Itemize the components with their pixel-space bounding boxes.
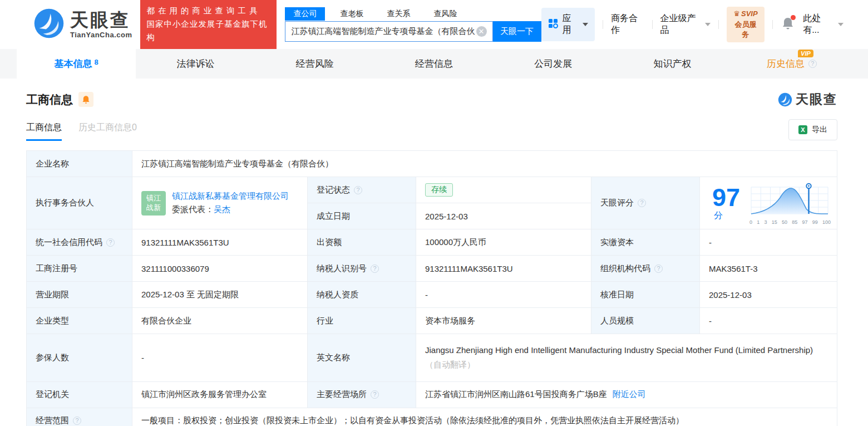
field-reg-number-label: 工商注册号 (27, 256, 132, 282)
help-icon[interactable]: ? (808, 60, 817, 68)
english-name: Jiangsu Zhenjiang High end Intelligent M… (425, 345, 813, 355)
business-info-table: 企业名称 江苏镇江高端智能制造产业专项母基金（有限合伙） 执行事务合伙人 镇江 … (26, 150, 837, 426)
vip-badge: VIP (798, 50, 813, 57)
tab-operating-info[interactable]: 经营信息 (374, 49, 494, 79)
enterprise-products-label: 企业级产品 (660, 13, 701, 36)
help-icon[interactable]: ? (354, 186, 362, 194)
monitor-bell-icon[interactable] (78, 92, 93, 107)
field-industry-value: 资本市场服务 (416, 308, 591, 334)
field-business-address-value: 江苏省镇江市润州区南山路61号国投商务广场B座 附近公司 (416, 382, 837, 408)
field-established-label: 成立日期 (308, 203, 416, 229)
field-company-type-label: 企业类型 (27, 308, 132, 334)
address-text: 江苏省镇江市润州区南山路61号国投商务广场B座 (425, 389, 607, 400)
field-capital-value: 100000万人民币 (416, 229, 591, 256)
tab-history-info-label: 历史信息 (767, 58, 805, 69)
user-menu[interactable]: 此处有... (803, 13, 844, 36)
chevron-down-icon (583, 23, 588, 26)
field-business-address-label: 主要经营场所? (308, 382, 416, 408)
tab-basic-info[interactable]: 基本信息 8 (17, 49, 136, 79)
tab-legal[interactable]: 法律诉讼 (136, 49, 255, 79)
help-icon[interactable]: ? (73, 417, 81, 425)
enterprise-products-link[interactable]: 企业级产品 (660, 13, 711, 36)
field-industry-label: 行业 (308, 308, 416, 334)
help-icon[interactable]: ? (371, 390, 379, 399)
field-registration-authority-value: 镇江市润州区政务服务管理办公室 (132, 382, 308, 408)
partner-company-link[interactable]: 镇江战新私募基金管理有限公司 (172, 191, 289, 202)
score-chart-axis: 01 315 5085 9799 100 (749, 219, 831, 225)
tab-legal-label: 法律诉讼 (176, 57, 214, 70)
business-cooperation-link[interactable]: 商务合作 (611, 13, 644, 36)
field-insured-count-label: 参保人数 (27, 334, 132, 382)
tianyancha-watermark-icon (778, 92, 792, 107)
help-icon[interactable]: ? (654, 265, 663, 273)
subtab-business-info[interactable]: 工商信息 (26, 122, 62, 141)
help-icon[interactable]: ? (638, 199, 646, 207)
svip-member-button[interactable]: ♛SVIP 会员服务 (727, 7, 765, 43)
search-tabs: 查公司 查老板 查关系 查风险 (285, 7, 541, 21)
field-staff-size-value: - (700, 308, 837, 334)
delegate-label: 委派代表： (172, 204, 214, 214)
field-established-value: 2025-12-03 (416, 203, 591, 229)
score-distribution-chart: 01 315 5085 9799 100 (749, 182, 831, 225)
field-credit-code-label: 统一社会信用代码? (27, 229, 132, 256)
search-tab-company[interactable]: 查公司 (285, 7, 325, 21)
divider (603, 20, 603, 29)
status-badge: 存续 (425, 183, 453, 197)
slogan-banner: 都在用的商业查询工具 国家中小企业发展子基金旗下机构 (140, 0, 277, 49)
chevron-down-icon (838, 23, 844, 26)
field-approved-date-value: 2025-12-03 (700, 282, 837, 308)
field-reg-status-value: 存续 (416, 177, 591, 203)
apps-menu[interactable]: 应用 (541, 8, 595, 41)
partner-avatar[interactable]: 镇江 战新 (141, 191, 166, 216)
search-input-wrap: ✕ (285, 21, 492, 42)
search-button[interactable]: 天眼一下 (493, 21, 541, 42)
search-tab-risk[interactable]: 查风险 (425, 7, 465, 21)
notification-dot (791, 15, 796, 20)
crown-icon: ♛ (733, 9, 740, 18)
search-tab-boss[interactable]: 查老板 (332, 7, 372, 21)
export-button[interactable]: X 导出 (788, 119, 837, 140)
tab-basic-info-label: 基本信息 (55, 57, 92, 70)
field-english-name-value: Jiangsu Zhenjiang High end Intelligent M… (416, 334, 837, 382)
partner-avatar-line2: 战新 (146, 203, 161, 212)
field-paidin-capital-value: - (700, 229, 837, 256)
search-input[interactable] (291, 27, 476, 36)
tab-history-info[interactable]: 历史信息 VIP ? (732, 49, 851, 79)
apps-label: 应用 (563, 13, 578, 36)
section-title: 工商信息 (26, 92, 73, 107)
tianyancha-logo[interactable]: 天眼查 TianYanCha.com (33, 8, 132, 41)
tab-operating-risk[interactable]: 经营风险 (255, 49, 374, 79)
partner-avatar-line1: 镇江 (146, 194, 161, 203)
score-unit: 分 (714, 210, 723, 220)
score-number: 97 (712, 183, 740, 212)
field-taxpayer-id-label: 纳税人识别号? (308, 256, 416, 282)
tianyancha-logo-icon (33, 8, 65, 41)
field-taxpayer-id-value: 91321111MAK3561T3U (416, 256, 591, 282)
field-taxpayer-quality-value: - (416, 282, 591, 308)
nearby-companies-link[interactable]: 附近公司 (613, 389, 646, 400)
export-label: 导出 (812, 125, 827, 135)
tab-operating-risk-label: 经营风险 (296, 57, 334, 70)
field-capital-label: 出资额 (308, 229, 416, 256)
field-business-term-label: 营业期限 (27, 282, 132, 308)
tab-company-development[interactable]: 公司发展 (494, 49, 613, 79)
tab-intellectual-property[interactable]: 知识产权 (613, 49, 732, 79)
logo-text: 天眼查 (70, 11, 132, 30)
notification-bell-icon[interactable] (782, 17, 794, 32)
subtab-history-business-info[interactable]: 历史工商信息0 (78, 122, 137, 141)
field-business-scope-value: 一般项目：股权投资；创业投资（限投资未上市企业）；以自有资金从事投资活动（除依法… (132, 408, 837, 426)
field-company-type-value: 有限合伙企业 (132, 308, 308, 334)
field-reg-status-label: 登记状态? (308, 177, 416, 203)
svip-sublabel: 会员服务 (732, 19, 759, 41)
field-approved-date-label: 核准日期 (591, 282, 700, 308)
field-reg-number-value: 321111000336079 (132, 256, 308, 282)
search-tab-relation[interactable]: 查关系 (378, 7, 418, 21)
help-icon[interactable]: ? (106, 238, 115, 247)
clear-search-icon[interactable]: ✕ (476, 26, 487, 37)
delegate-link[interactable]: 吴杰 (214, 204, 230, 214)
help-icon[interactable]: ? (371, 265, 379, 273)
field-english-name-label: 英文名称 (308, 334, 416, 382)
slogan-line1: 都在用的商业查询工具 (147, 4, 270, 18)
field-org-code-value: MAK3561T-3 (700, 256, 837, 282)
divider (652, 20, 653, 29)
